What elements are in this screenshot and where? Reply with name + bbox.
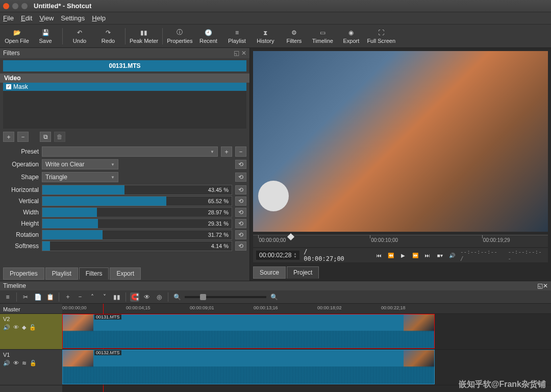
master-track-header[interactable]: Master	[0, 304, 62, 314]
tab-export[interactable]: Export	[110, 267, 141, 280]
operation-dropdown[interactable]: Write on Clear▼	[42, 159, 118, 169]
paste-filter-button[interactable]: 🗑	[54, 132, 65, 142]
recent-button[interactable]: 🕘Recent	[195, 26, 221, 46]
timeline-clip[interactable]: 00132.MTS	[62, 350, 435, 384]
lock-icon[interactable]: 🔓	[30, 360, 37, 366]
filter-item-mask[interactable]: ✓ Mask	[3, 83, 246, 91]
undock-icon[interactable]: ◱	[234, 50, 239, 57]
mute-icon[interactable]: 🔊	[3, 324, 10, 331]
fast-forward-icon[interactable]: ⏩	[411, 251, 419, 259]
tab-filters[interactable]: Filters	[79, 267, 109, 280]
tc-down-icon[interactable]: ▼	[293, 255, 296, 258]
append-icon[interactable]: ＋	[63, 292, 72, 302]
properties-button[interactable]: ⓘProperties	[167, 26, 192, 46]
open-file-button[interactable]: 📂Open File	[4, 26, 30, 46]
filters-button[interactable]: ⚙Filters	[281, 26, 307, 46]
zoom-out-icon[interactable]: 🔍	[172, 292, 182, 302]
reset-icon[interactable]: ⟲	[235, 208, 246, 217]
track-row-v2[interactable]: 00131.MTS	[62, 314, 551, 350]
close-icon[interactable]	[3, 3, 9, 9]
preset-dropdown[interactable]: ▼	[42, 146, 218, 157]
play-icon[interactable]: ▶	[399, 251, 407, 259]
cut-icon[interactable]: ✂	[21, 292, 30, 302]
height-slider[interactable]: 29.31 %	[42, 218, 232, 229]
peak-meter-button[interactable]: ▮▮Peak Meter	[130, 26, 158, 46]
menu-icon[interactable]: ≡	[3, 292, 12, 302]
reset-icon[interactable]: ⟲	[235, 241, 246, 251]
zoom-slider[interactable]	[185, 296, 266, 298]
maximize-icon[interactable]	[21, 3, 28, 9]
width-slider[interactable]: 28.97 %	[42, 207, 232, 217]
menu-file[interactable]: File	[3, 14, 14, 22]
remove-icon[interactable]: －	[76, 292, 85, 302]
softness-slider[interactable]: 4.14 %	[42, 241, 232, 251]
undock-icon[interactable]: ◱	[537, 282, 543, 289]
reset-icon[interactable]: ⟲	[235, 185, 246, 194]
rotation-slider[interactable]: 31.72 %	[42, 230, 232, 240]
preview-ruler[interactable]: 00:00:00;0000:00:10;0000:00:19;29	[253, 235, 548, 247]
undo-button[interactable]: ↶Undo	[67, 26, 92, 46]
remove-filter-button[interactable]: －	[17, 132, 29, 142]
loop-icon[interactable]: ■▾	[436, 251, 444, 259]
scrub-icon[interactable]: 👁	[142, 292, 152, 302]
reset-icon[interactable]: ⟲	[235, 230, 246, 239]
volume-icon[interactable]: 🔊	[448, 251, 456, 259]
rewind-icon[interactable]: ⏪	[387, 251, 395, 259]
tab-properties[interactable]: Properties	[3, 267, 44, 280]
current-timecode[interactable]: 00:00:02;28 ▲▼	[256, 251, 299, 260]
preset-add-button[interactable]: ＋	[221, 146, 232, 157]
filter-list[interactable]: ✓ Mask	[3, 83, 246, 129]
export-button[interactable]: ◉Export	[338, 26, 364, 46]
paste-icon[interactable]: 📋	[45, 292, 55, 302]
track-row-v1[interactable]: 00132.MTS	[62, 350, 551, 385]
preset-remove-button[interactable]: －	[235, 146, 246, 157]
lock-icon[interactable]: 🔓	[29, 324, 36, 331]
history-button[interactable]: ⧗History	[253, 26, 278, 46]
lift-icon[interactable]: ˄	[88, 292, 97, 302]
snap-icon[interactable]: 🧲	[130, 292, 139, 302]
redo-button[interactable]: ↷Redo	[95, 26, 121, 46]
overwrite-icon[interactable]: ˅	[100, 292, 109, 302]
skip-end-icon[interactable]: ⏭	[423, 251, 432, 259]
shape-dropdown[interactable]: Triangle▼	[42, 172, 118, 182]
reset-icon[interactable]: ⟲	[235, 197, 246, 206]
menu-settings[interactable]: Settings	[61, 14, 85, 22]
menu-edit[interactable]: Edit	[21, 14, 32, 22]
vertical-slider[interactable]: 65.52 %	[42, 196, 232, 206]
ripple-icon[interactable]: ◎	[155, 292, 164, 302]
hide-icon[interactable]: 👁	[13, 360, 19, 366]
zoom-in-icon[interactable]: 🔍	[269, 292, 279, 302]
add-filter-button[interactable]: ＋	[3, 132, 14, 142]
hide-icon[interactable]: 👁	[13, 324, 19, 331]
track-header-v1[interactable]: V1 🔊 👁 ≋ 🔓	[0, 350, 62, 385]
copy-filter-button[interactable]: ⧉	[40, 132, 51, 142]
close-panel-icon[interactable]: ✕	[543, 282, 548, 289]
copy-icon[interactable]: 📄	[33, 292, 42, 302]
tab-playlist[interactable]: Playlist	[45, 267, 78, 280]
compositing-icon[interactable]: ◆	[22, 324, 26, 331]
timeline-ruler[interactable]: 00:00:00;0000:00:04;1500:00:09;0100:00:1…	[62, 304, 551, 314]
preview-monitor[interactable]	[253, 51, 548, 232]
close-panel-icon[interactable]: ✕	[241, 50, 246, 57]
reset-icon[interactable]: ⟲	[235, 219, 246, 228]
horizontal-slider[interactable]: 43.45 %	[42, 185, 232, 195]
menu-help[interactable]: Help	[92, 14, 106, 22]
tab-source[interactable]: Source	[253, 266, 286, 279]
split-icon[interactable]: ▮▮	[112, 292, 121, 302]
playhead-icon[interactable]	[287, 233, 294, 240]
compositing-icon[interactable]: ≋	[22, 360, 27, 366]
tab-project[interactable]: Project	[287, 266, 319, 279]
timeline-button[interactable]: ▭Timeline	[310, 26, 335, 46]
skip-start-icon[interactable]: ⏮	[375, 251, 383, 259]
menu-view[interactable]: View	[39, 14, 54, 22]
save-button[interactable]: 💾Save	[33, 26, 58, 46]
minimize-icon[interactable]	[12, 3, 18, 9]
full-screen-button[interactable]: ⛶Full Screen	[367, 26, 395, 46]
checkbox-icon[interactable]: ✓	[6, 84, 11, 89]
mute-icon[interactable]: 🔊	[3, 360, 10, 366]
timeline-clip[interactable]: 00131.MTS	[62, 314, 435, 349]
reset-icon[interactable]: ⟲	[235, 160, 246, 169]
playlist-button[interactable]: ≡Playlist	[224, 26, 249, 46]
track-header-v2[interactable]: V2 🔊 👁 ◆ 🔓	[0, 314, 62, 350]
reset-icon[interactable]: ⟲	[235, 173, 246, 182]
